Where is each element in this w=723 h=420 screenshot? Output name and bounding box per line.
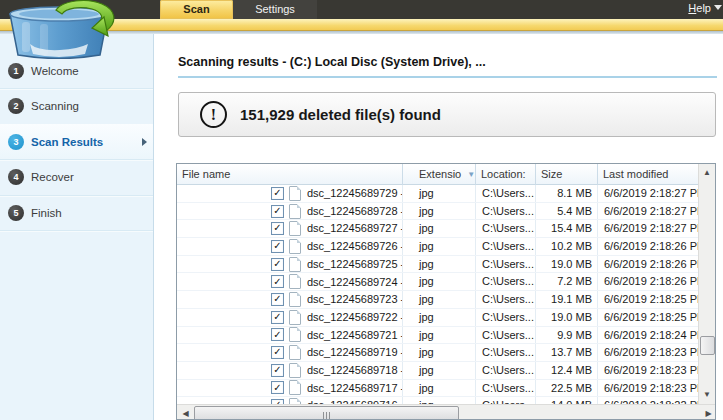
row-checkbox[interactable]: ✓ <box>271 258 284 271</box>
vertical-scrollbar[interactable]: ▲ ▼ <box>698 164 715 404</box>
cell-size: 8.1 MB <box>536 185 598 202</box>
cell-file-name: ✓ dsc_12245689721 -... <box>177 327 403 344</box>
horizontal-scrollbar-thumb[interactable] <box>194 406 459 420</box>
help-label-rest: elp <box>696 2 711 14</box>
vertical-scrollbar-thumb[interactable] <box>700 336 715 355</box>
table-row[interactable]: ✓ dsc_12245689729 -... jpg C:\Users... 8… <box>177 185 700 203</box>
tab-settings[interactable]: Settings <box>233 0 317 19</box>
cell-extension: jpg <box>403 397 476 404</box>
row-checkbox[interactable]: ✓ <box>271 205 284 218</box>
scroll-left-icon[interactable]: ◀ <box>177 405 194 420</box>
cell-file-name: ✓ dsc_12245689722 -... <box>177 309 403 326</box>
title-divider <box>178 76 717 78</box>
row-checkbox[interactable]: ✓ <box>271 275 284 288</box>
file-name-text: dsc_12245689718 -... <box>307 362 402 379</box>
cell-extension: jpg <box>403 362 476 379</box>
row-checkbox[interactable]: ✓ <box>271 311 284 324</box>
sidebar-item-label: Scanning <box>31 100 79 112</box>
scroll-down-icon[interactable]: ▼ <box>699 386 715 403</box>
table-row[interactable]: ✓ dsc_12245689717 -... jpg C:\Users... 2… <box>177 380 700 398</box>
cell-location: C:\Users... <box>476 220 536 237</box>
cell-last-modified: 6/6/2019 2:18:22 PM <box>598 397 700 404</box>
cell-location: C:\Users... <box>476 309 536 326</box>
cell-file-name: ✓ dsc_12245689728 -... <box>177 203 403 220</box>
row-checkbox[interactable]: ✓ <box>271 381 284 394</box>
file-icon <box>289 363 301 378</box>
file-name-text: dsc_12245689719 -... <box>307 344 402 361</box>
cell-extension: jpg <box>403 220 476 237</box>
row-checkbox[interactable]: ✓ <box>271 328 284 341</box>
table-row[interactable]: ✓ dsc_12245689722 -... jpg C:\Users... 1… <box>177 309 700 327</box>
step-number-badge: 5 <box>8 205 24 221</box>
cell-location: C:\Users... <box>476 397 536 404</box>
sidebar-item-scan-results[interactable]: 3 Scan Results <box>0 124 153 160</box>
row-checkbox[interactable]: ✓ <box>271 346 284 359</box>
sidebar-item-recover[interactable]: 4 Recover <box>0 160 153 196</box>
cell-extension: jpg <box>403 203 476 220</box>
results-banner: ! 151,929 deleted file(s) found <box>178 92 716 137</box>
cell-size: 19.0 MB <box>536 256 598 273</box>
cell-location: C:\Users... <box>476 380 536 397</box>
horizontal-scrollbar[interactable]: ◀ ▶ <box>177 404 716 420</box>
file-icon <box>289 239 301 254</box>
sidebar-item-finish[interactable]: 5 Finish <box>0 195 153 231</box>
step-number-badge: 4 <box>8 169 24 185</box>
table-row[interactable]: ✓ dsc_12245689716 -... jpg C:\Users... 1… <box>177 397 700 404</box>
table-row[interactable]: ✓ dsc_12245689727 -... jpg C:\Users... 1… <box>177 220 700 238</box>
row-checkbox[interactable]: ✓ <box>271 293 284 306</box>
cell-file-name: ✓ dsc_12245689729 -... <box>177 185 403 202</box>
scroll-up-icon[interactable]: ▲ <box>699 164 715 181</box>
help-menu[interactable]: Help <box>688 2 711 14</box>
file-name-text: dsc_12245689717 -... <box>307 380 402 397</box>
cell-last-modified: 6/6/2019 2:18:26 PM <box>598 273 700 290</box>
table-body: ✓ dsc_12245689729 -... jpg C:\Users... 8… <box>177 185 700 404</box>
row-checkbox[interactable]: ✓ <box>271 187 284 200</box>
tab-scan[interactable]: Scan <box>160 0 233 19</box>
column-header-size[interactable]: Size <box>536 164 598 185</box>
cell-location: C:\Users... <box>476 327 536 344</box>
cell-location: C:\Users... <box>476 203 536 220</box>
column-header-last-modified[interactable]: Last modified <box>598 164 700 185</box>
file-icon <box>289 274 301 289</box>
active-step-arrow-icon <box>142 138 147 146</box>
table-row[interactable]: ✓ dsc_12245689726 -... jpg C:\Users... 1… <box>177 238 700 256</box>
column-header-location[interactable]: Location: <box>476 164 536 185</box>
table-row[interactable]: ✓ dsc_12245689723 -... jpg C:\Users... 1… <box>177 291 700 309</box>
table-row[interactable]: ✓ dsc_12245689728 -... jpg C:\Users... 5… <box>177 203 700 221</box>
file-icon <box>289 310 301 325</box>
table-row[interactable]: ✓ dsc_12245689724 -... jpg C:\Users... 7… <box>177 273 700 291</box>
cell-location: C:\Users... <box>476 344 536 361</box>
cell-last-modified: 6/6/2019 2:18:25 PM <box>598 291 700 308</box>
scroll-right-icon[interactable]: ▶ <box>700 405 716 420</box>
file-name-text: dsc_12245689729 -... <box>307 185 402 202</box>
application-window: Scan Settings Help 1 Welcome 2 Scanning … <box>0 0 723 420</box>
scrollbar-grip <box>322 405 331 420</box>
table-row[interactable]: ✓ dsc_12245689718 -... jpg C:\Users... 1… <box>177 362 700 380</box>
step-number-badge: 3 <box>8 134 24 150</box>
cell-size: 19.0 MB <box>536 309 598 326</box>
step-number-badge: 1 <box>8 63 24 79</box>
cell-location: C:\Users... <box>476 273 536 290</box>
file-name-text: dsc_12245689722 -... <box>307 309 402 326</box>
table-row[interactable]: ✓ dsc_12245689721 -... jpg C:\Users... 9… <box>177 327 700 345</box>
file-icon <box>289 345 301 360</box>
file-icon <box>289 204 301 219</box>
sidebar-item-label: Recover <box>31 171 74 183</box>
cell-extension: jpg <box>403 309 476 326</box>
cell-file-name: ✓ dsc_12245689726 -... <box>177 238 403 255</box>
table-row[interactable]: ✓ dsc_12245689725 -... jpg C:\Users... 1… <box>177 256 700 274</box>
row-checkbox[interactable]: ✓ <box>271 222 284 235</box>
file-name-text: dsc_12245689728 -... <box>307 203 402 220</box>
cell-file-name: ✓ dsc_12245689725 -... <box>177 256 403 273</box>
row-checkbox[interactable]: ✓ <box>271 364 284 377</box>
column-header-extension[interactable]: Extensio▼ <box>403 164 476 185</box>
cell-file-name: ✓ dsc_12245689727 -... <box>177 220 403 237</box>
sidebar-item-label: Scan Results <box>31 136 103 148</box>
cell-last-modified: 6/6/2019 2:18:23 PM <box>598 362 700 379</box>
column-header-file-name[interactable]: File name <box>177 164 403 185</box>
sidebar-item-label: Welcome <box>31 65 79 77</box>
table-row[interactable]: ✓ dsc_12245689719 -... jpg C:\Users... 1… <box>177 344 700 362</box>
sidebar-item-scanning[interactable]: 2 Scanning <box>0 89 153 125</box>
row-checkbox[interactable]: ✓ <box>271 240 284 253</box>
cell-extension: jpg <box>403 238 476 255</box>
